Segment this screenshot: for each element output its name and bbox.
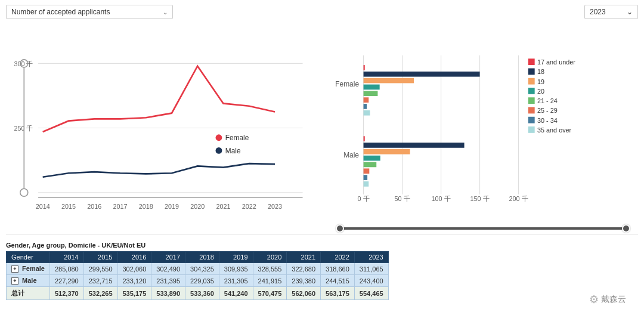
slider-fill — [340, 227, 626, 230]
cell: 232,715 — [83, 275, 117, 287]
slider-thumb-left[interactable] — [336, 224, 344, 233]
svg-text:20: 20 — [537, 88, 544, 95]
svg-rect-59 — [528, 97, 535, 104]
col-2020: 2020 — [253, 252, 287, 263]
bottom-section: Gender, Age group, Domicile - UK/EU/Not … — [6, 242, 638, 312]
cell: 512,370 — [49, 287, 83, 300]
cell: 570,475 — [253, 287, 287, 300]
col-2016: 2016 — [117, 252, 151, 263]
cell: 243,400 — [354, 275, 388, 287]
cell: 318,660 — [321, 263, 355, 275]
svg-rect-42 — [364, 110, 370, 116]
svg-point-17 — [20, 189, 28, 196]
svg-text:17 and under: 17 and under — [537, 58, 575, 66]
cell: 563,175 — [321, 287, 355, 300]
svg-rect-41 — [364, 104, 367, 109]
svg-text:2018: 2018 — [139, 203, 153, 210]
col-2022: 2022 — [321, 252, 355, 263]
svg-rect-39 — [364, 91, 378, 96]
col-2023: 2023 — [354, 252, 388, 263]
svg-rect-46 — [364, 156, 380, 161]
year-chevron-icon: ⌄ — [627, 8, 633, 16]
cell: 554,465 — [354, 287, 388, 300]
svg-rect-48 — [364, 168, 370, 174]
cell: 233,120 — [117, 275, 151, 287]
svg-text:2016: 2016 — [87, 203, 101, 210]
svg-text:100 千: 100 千 — [432, 195, 451, 202]
col-gender: Gender — [7, 252, 50, 263]
table-title: Gender, Age group, Domicile - UK/EU/Not … — [6, 242, 638, 249]
table-row: + Female 285,080 299,550 302,060 302,490… — [7, 263, 389, 275]
cell: 231,305 — [219, 275, 253, 287]
col-2018: 2018 — [185, 252, 219, 263]
slider-container — [328, 227, 638, 230]
cell: 311,065 — [354, 263, 388, 275]
main-container: Number of accepted applicants ⌄ 300 千 25… — [0, 0, 644, 312]
svg-rect-44 — [364, 143, 465, 148]
table-row: + Male 227,290 232,715 233,120 231,395 2… — [7, 275, 389, 287]
chart-dropdown[interactable]: Number of accepted applicants ⌄ — [6, 5, 173, 19]
cell: 322,680 — [287, 263, 321, 275]
svg-rect-36 — [364, 72, 480, 77]
svg-text:0 千: 0 千 — [358, 195, 370, 202]
year-dropdown[interactable]: 2023 ⌄ — [584, 5, 638, 19]
bar-chart-area: Female Male 0 千 50 千 100 千 150 千 200 千 — [328, 21, 638, 231]
svg-text:2020: 2020 — [190, 203, 205, 210]
svg-text:2023: 2023 — [268, 203, 282, 210]
svg-rect-53 — [528, 69, 535, 75]
cell: 231,395 — [151, 275, 185, 287]
svg-text:Male: Male — [225, 147, 241, 155]
svg-rect-47 — [364, 162, 377, 168]
chevron-down-icon: ⌄ — [163, 9, 168, 16]
slider-track[interactable] — [340, 227, 626, 230]
expand-icon-female[interactable]: + — [11, 265, 18, 273]
cell: 532,265 — [83, 287, 117, 300]
svg-text:21 - 24: 21 - 24 — [537, 97, 558, 104]
cell: 285,080 — [49, 263, 83, 275]
cell: 244,515 — [321, 275, 355, 287]
bar-chart-svg: Female Male 0 千 50 千 100 千 150 千 200 千 — [328, 21, 638, 231]
svg-text:Male: Male — [343, 151, 359, 159]
cell: 229,035 — [185, 275, 219, 287]
svg-rect-50 — [364, 181, 369, 187]
cell: 302,060 — [117, 263, 151, 275]
cell: 239,380 — [287, 275, 321, 287]
row-label-female: + Female — [7, 263, 50, 275]
line-chart-svg: 300 千 250 千 2014 2015 2016 2017 2018 201… — [6, 24, 322, 232]
svg-text:200 千: 200 千 — [509, 195, 528, 202]
svg-rect-37 — [364, 78, 414, 84]
slider-thumb-right[interactable] — [622, 224, 630, 233]
svg-text:19: 19 — [537, 78, 544, 85]
table-header-row: Gender 2014 2015 2016 2017 2018 2019 202… — [7, 252, 389, 263]
left-chart: Number of accepted applicants ⌄ 300 千 25… — [6, 5, 328, 231]
svg-text:150 千: 150 千 — [470, 195, 490, 202]
svg-text:2022: 2022 — [242, 203, 256, 210]
svg-rect-35 — [364, 65, 365, 70]
col-2014: 2014 — [49, 252, 83, 263]
svg-text:30 - 34: 30 - 34 — [537, 117, 558, 124]
svg-rect-55 — [528, 78, 535, 85]
col-2021: 2021 — [287, 252, 321, 263]
watermark-text: 戴森云 — [601, 294, 626, 305]
row-label-male: + Male — [7, 275, 50, 287]
svg-point-21 — [216, 147, 222, 154]
cell: 541,240 — [219, 287, 253, 300]
right-chart: 2023 ⌄ Female Male 0 千 50 千 100 千 150 千 … — [328, 5, 638, 231]
svg-rect-63 — [528, 117, 535, 123]
svg-point-19 — [216, 134, 222, 141]
svg-text:2014: 2014 — [36, 203, 50, 210]
cell: 533,360 — [185, 287, 219, 300]
svg-rect-45 — [364, 149, 410, 155]
expand-icon-male[interactable]: + — [11, 277, 18, 285]
watermark: ⚙ 戴森云 — [589, 293, 626, 306]
svg-text:300 千: 300 千 — [14, 60, 33, 67]
svg-rect-65 — [528, 126, 535, 133]
top-row: Number of accepted applicants ⌄ 300 千 25… — [6, 5, 638, 231]
svg-text:18: 18 — [537, 68, 544, 75]
cell: 328,555 — [253, 263, 287, 275]
svg-rect-40 — [364, 97, 369, 103]
cell: 304,325 — [185, 263, 219, 275]
cell: 302,490 — [151, 263, 185, 275]
cell: 309,935 — [219, 263, 253, 275]
svg-text:50 千: 50 千 — [395, 195, 410, 202]
